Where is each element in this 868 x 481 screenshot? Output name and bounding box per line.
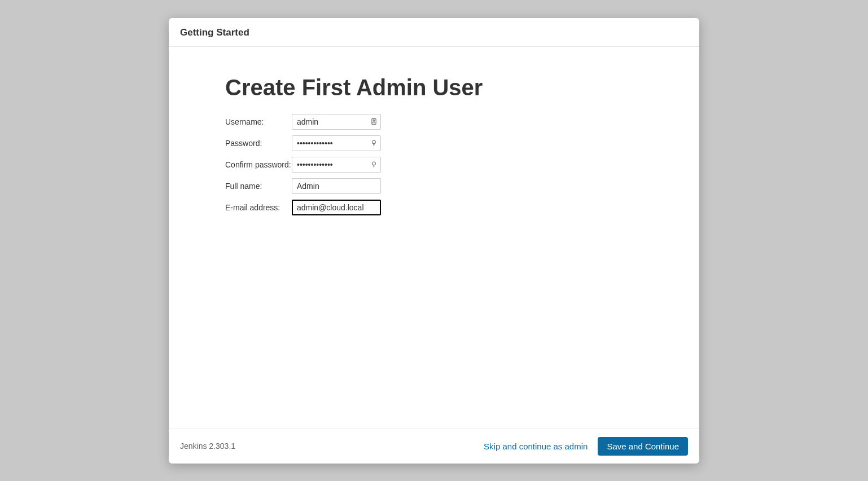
modal-header: Getting Started xyxy=(169,18,699,47)
fullname-input[interactable] xyxy=(292,178,381,194)
setup-modal: Getting Started Create First Admin User … xyxy=(169,18,699,464)
email-input[interactable] xyxy=(292,200,381,215)
version-text: Jenkins 2.303.1 xyxy=(180,442,235,451)
confirm-password-label: Confirm password: xyxy=(225,160,292,169)
username-label: Username: xyxy=(225,117,292,126)
username-input[interactable] xyxy=(292,114,381,130)
email-input-wrapper xyxy=(292,200,381,215)
password-label: Password: xyxy=(225,139,292,148)
email-label: E-mail address: xyxy=(225,203,292,212)
form-row-confirm-password: Confirm password: xyxy=(225,157,643,173)
confirm-password-input-wrapper xyxy=(292,157,381,173)
form-row-fullname: Full name: xyxy=(225,178,643,194)
confirm-password-input[interactable] xyxy=(292,157,381,173)
form-row-password: Password: xyxy=(225,135,643,151)
modal-footer: Jenkins 2.303.1 Skip and continue as adm… xyxy=(169,429,699,464)
password-input-wrapper xyxy=(292,135,381,151)
username-input-wrapper xyxy=(292,114,381,130)
password-input[interactable] xyxy=(292,135,381,151)
skip-button[interactable]: Skip and continue as admin xyxy=(484,442,588,451)
footer-buttons: Skip and continue as admin Save and Cont… xyxy=(484,437,688,456)
form-row-email: E-mail address: xyxy=(225,200,643,215)
modal-title: Getting Started xyxy=(180,27,688,38)
modal-body: Create First Admin User Username: Passwo… xyxy=(169,47,699,429)
save-continue-button[interactable]: Save and Continue xyxy=(598,437,688,456)
fullname-input-wrapper xyxy=(292,178,381,194)
page-title: Create First Admin User xyxy=(225,75,643,100)
fullname-label: Full name: xyxy=(225,182,292,191)
form-row-username: Username: xyxy=(225,114,643,130)
